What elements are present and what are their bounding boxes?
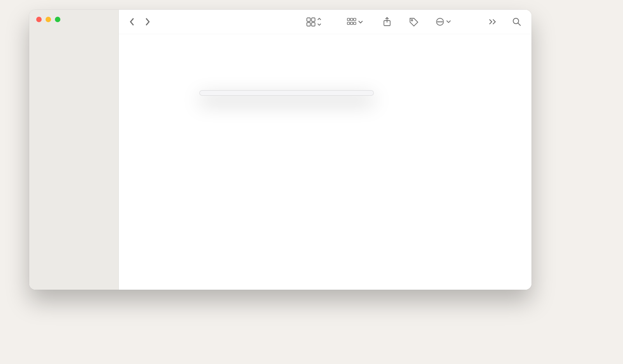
svg-point-15 [440,21,440,22]
tags-button[interactable] [407,15,420,28]
nav-forward-button[interactable] [143,16,152,27]
svg-rect-1 [312,18,315,21]
svg-point-12 [411,19,413,21]
nav-back-button[interactable] [127,16,137,27]
context-menu [199,90,374,96]
svg-rect-3 [312,23,315,26]
svg-rect-9 [354,22,356,24]
sidebar [29,10,119,290]
share-button[interactable] [381,15,393,28]
svg-rect-5 [350,18,353,21]
search-button[interactable] [510,16,523,28]
sidebar-section-icloud [29,36,118,46]
close-window-button[interactable] [36,17,42,22]
actions-button[interactable] [434,16,453,28]
svg-point-17 [513,18,519,24]
svg-rect-2 [307,23,310,26]
maximize-window-button[interactable] [55,17,60,22]
main-pane [119,10,531,290]
svg-rect-6 [354,18,356,21]
view-mode-button[interactable] [305,16,323,28]
svg-rect-7 [347,22,350,24]
sidebar-section-locations [29,46,118,55]
finder-window [29,10,531,290]
svg-rect-4 [347,18,350,21]
sidebar-section-favorites [29,27,118,36]
minimize-window-button[interactable] [46,17,51,22]
svg-rect-0 [307,18,310,21]
svg-rect-8 [350,22,353,24]
icon-grid-area [119,34,531,58]
svg-point-14 [438,21,438,22]
group-by-button[interactable] [345,16,365,28]
svg-line-18 [518,23,521,26]
toolbar-overflow-button[interactable] [487,17,498,26]
toolbar [119,10,531,34]
svg-point-16 [442,21,442,22]
traffic-lights [29,17,118,27]
